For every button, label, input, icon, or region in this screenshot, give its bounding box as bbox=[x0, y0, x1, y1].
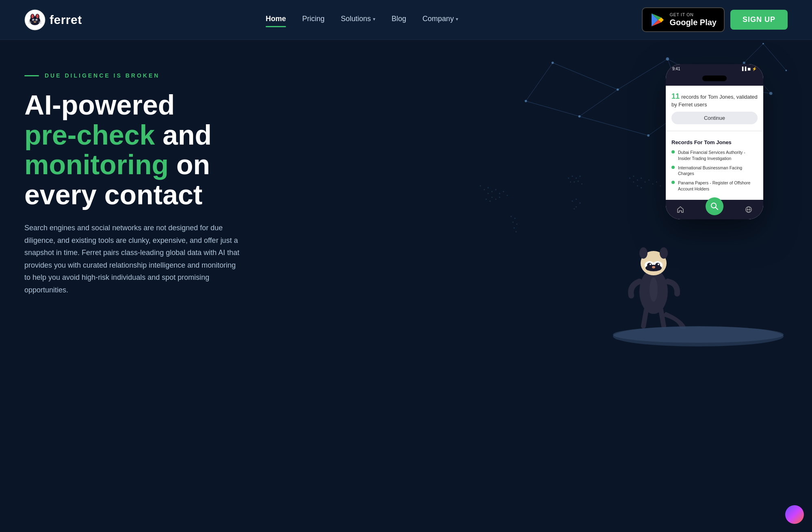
phone-mockup: 9:41 ▐▐ ◼ ⚡ 11 records for Tom Jones, va… bbox=[666, 64, 763, 219]
svg-point-46 bbox=[762, 43, 764, 45]
phone-record-item-3: Panama Papers - Register of Offshore Acc… bbox=[671, 180, 758, 192]
svg-rect-68 bbox=[578, 181, 579, 182]
logo[interactable]: ferret bbox=[24, 9, 82, 30]
svg-rect-91 bbox=[513, 227, 515, 229]
tagline-line: DUE DILIGENCE IS BROKEN bbox=[24, 72, 260, 79]
platform-stand bbox=[609, 324, 788, 348]
svg-point-9 bbox=[36, 19, 37, 20]
svg-rect-67 bbox=[574, 182, 575, 183]
svg-rect-79 bbox=[633, 182, 634, 183]
phone-records-count: 11 records for Tom Jones, validated by F… bbox=[671, 92, 758, 108]
nav-pricing[interactable]: Pricing bbox=[302, 15, 325, 25]
svg-rect-77 bbox=[656, 182, 657, 183]
phone-navbar bbox=[666, 200, 763, 219]
nav-company[interactable]: Company ▾ bbox=[422, 15, 458, 25]
svg-rect-75 bbox=[648, 179, 650, 181]
help-bubble[interactable] bbox=[785, 505, 804, 524]
phone-signals: ▐▐ ◼ ⚡ bbox=[741, 67, 757, 71]
svg-point-42 bbox=[578, 115, 581, 118]
svg-point-40 bbox=[743, 62, 745, 64]
phone-home-nav-icon[interactable] bbox=[676, 205, 685, 214]
svg-rect-90 bbox=[516, 224, 518, 225]
site-header: ferret Home Pricing Solutions ▾ Blog Com… bbox=[0, 0, 812, 40]
record-dot-1 bbox=[671, 150, 675, 154]
svg-point-102 bbox=[658, 264, 659, 265]
svg-rect-83 bbox=[576, 199, 577, 200]
hero-content: DUE DILIGENCE IS BROKEN AI-powered pre-c… bbox=[24, 64, 260, 296]
svg-rect-66 bbox=[570, 182, 571, 183]
nav-blog[interactable]: Blog bbox=[392, 15, 406, 25]
svg-rect-57 bbox=[492, 197, 493, 198]
svg-rect-54 bbox=[503, 191, 504, 192]
svg-rect-60 bbox=[486, 199, 487, 200]
svg-rect-92 bbox=[515, 231, 517, 232]
record-dot-2 bbox=[671, 166, 675, 169]
svg-rect-61 bbox=[489, 201, 491, 202]
svg-point-107 bbox=[613, 327, 784, 343]
phone-other-nav-icon[interactable] bbox=[744, 205, 753, 214]
svg-rect-73 bbox=[641, 177, 642, 179]
phone-record-item-1: Dubai Financial Services Authority - Ins… bbox=[671, 149, 758, 161]
svg-rect-81 bbox=[641, 187, 642, 188]
svg-point-5 bbox=[36, 14, 39, 18]
ferret-logo-icon bbox=[24, 9, 45, 30]
svg-point-108 bbox=[711, 203, 716, 208]
svg-line-29 bbox=[526, 63, 553, 101]
solutions-chevron-icon: ▾ bbox=[373, 16, 375, 22]
svg-rect-87 bbox=[511, 216, 512, 217]
svg-line-22 bbox=[618, 59, 668, 89]
svg-point-105 bbox=[650, 277, 658, 302]
svg-rect-86 bbox=[574, 208, 575, 210]
hero-description: Search engines and social networks are n… bbox=[24, 222, 240, 296]
svg-rect-49 bbox=[484, 189, 485, 190]
svg-rect-55 bbox=[507, 195, 508, 196]
svg-rect-82 bbox=[572, 201, 573, 202]
phone-bottom-card: Records For Tom Jones Dubai Financial Se… bbox=[666, 134, 763, 200]
hero-heading: AI-powered pre-check and monitoring on e… bbox=[24, 90, 260, 210]
ferret-character bbox=[621, 218, 686, 332]
svg-rect-69 bbox=[581, 184, 582, 185]
svg-point-101 bbox=[650, 264, 651, 265]
svg-point-43 bbox=[525, 100, 527, 102]
svg-line-28 bbox=[526, 101, 580, 117]
svg-line-21 bbox=[552, 63, 617, 90]
phone-time: 9:41 bbox=[672, 67, 680, 71]
phone-top-card: 11 records for Tom Jones, validated by F… bbox=[666, 86, 763, 131]
svg-rect-53 bbox=[499, 193, 500, 194]
phone-status-bar: 9:41 ▐▐ ◼ ⚡ bbox=[666, 64, 763, 71]
phone-records-title: Records For Tom Jones bbox=[671, 139, 758, 145]
svg-rect-63 bbox=[572, 176, 573, 177]
phone-continue-button[interactable]: Continue bbox=[671, 112, 758, 124]
svg-point-41 bbox=[769, 92, 773, 95]
phone-search-nav-icon[interactable] bbox=[706, 197, 723, 215]
svg-rect-51 bbox=[492, 191, 493, 192]
google-play-text: GET IT ON Google Play bbox=[669, 12, 717, 27]
svg-rect-76 bbox=[652, 184, 654, 185]
svg-rect-72 bbox=[637, 179, 638, 181]
svg-rect-65 bbox=[579, 176, 580, 177]
phone-dynamic-island bbox=[702, 76, 727, 81]
svg-line-109 bbox=[716, 208, 718, 210]
header-actions: GET IT ON Google Play SIGN UP bbox=[642, 7, 788, 32]
svg-rect-56 bbox=[487, 193, 489, 194]
svg-rect-58 bbox=[495, 199, 496, 200]
svg-line-34 bbox=[744, 44, 763, 63]
signup-button[interactable]: SIGN UP bbox=[730, 10, 788, 30]
svg-rect-78 bbox=[660, 185, 661, 186]
nav-solutions[interactable]: Solutions ▾ bbox=[341, 15, 375, 25]
hero-visual: 9:41 ▐▐ ◼ ⚡ 11 records for Tom Jones, va… bbox=[446, 40, 812, 373]
svg-point-4 bbox=[31, 14, 34, 18]
google-play-button[interactable]: GET IT ON Google Play bbox=[642, 7, 725, 32]
hero-green-precheck: pre-check bbox=[24, 119, 155, 150]
svg-line-33 bbox=[579, 117, 648, 136]
svg-rect-84 bbox=[579, 203, 580, 204]
svg-point-38 bbox=[666, 58, 669, 61]
nav-home[interactable]: Home bbox=[266, 15, 286, 25]
svg-rect-88 bbox=[514, 218, 515, 219]
svg-rect-85 bbox=[576, 206, 577, 208]
svg-rect-70 bbox=[629, 177, 630, 179]
svg-point-10 bbox=[34, 21, 36, 22]
svg-rect-59 bbox=[499, 197, 500, 198]
svg-line-27 bbox=[579, 90, 617, 117]
svg-rect-62 bbox=[568, 177, 569, 179]
